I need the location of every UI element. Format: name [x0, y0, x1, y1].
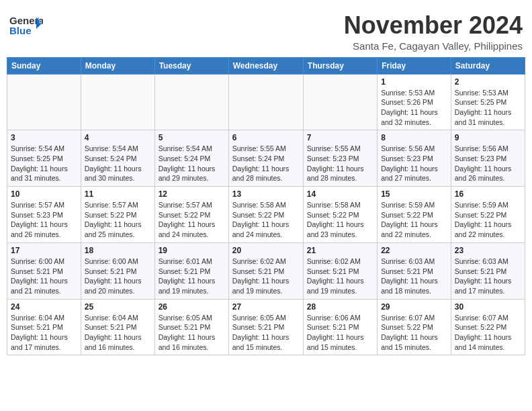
- col-header-thursday: Thursday: [303, 57, 377, 74]
- day-number: 21: [307, 246, 373, 255]
- calendar-cell: 3Sunrise: 5:54 AM Sunset: 5:25 PM Daylig…: [7, 130, 81, 187]
- calendar-cell: 8Sunrise: 5:56 AM Sunset: 5:23 PM Daylig…: [378, 130, 451, 187]
- col-header-monday: Monday: [81, 57, 154, 74]
- day-info: Sunrise: 5:55 AM Sunset: 5:24 PM Dayligh…: [232, 144, 300, 183]
- calendar-table: SundayMondayTuesdayWednesdayThursdayFrid…: [7, 57, 525, 356]
- day-number: 27: [232, 302, 300, 312]
- col-header-sunday: Sunday: [7, 57, 81, 74]
- calendar-cell: [228, 74, 303, 130]
- calendar-week-row: 24Sunrise: 6:04 AM Sunset: 5:21 PM Dayli…: [7, 299, 525, 355]
- day-info: Sunrise: 5:57 AM Sunset: 5:23 PM Dayligh…: [11, 200, 77, 240]
- calendar-cell: 24Sunrise: 6:04 AM Sunset: 5:21 PM Dayli…: [7, 299, 81, 355]
- day-info: Sunrise: 5:55 AM Sunset: 5:23 PM Dayligh…: [307, 144, 373, 183]
- calendar-week-row: 17Sunrise: 6:00 AM Sunset: 5:21 PM Dayli…: [7, 242, 525, 299]
- calendar-cell: 15Sunrise: 5:59 AM Sunset: 5:22 PM Dayli…: [378, 187, 451, 243]
- day-info: Sunrise: 6:00 AM Sunset: 5:21 PM Dayligh…: [11, 257, 77, 296]
- day-number: 12: [159, 189, 225, 199]
- location: Santa Fe, Cagayan Valley, Philippines: [344, 40, 523, 52]
- day-info: Sunrise: 5:59 AM Sunset: 5:22 PM Dayligh…: [381, 200, 447, 240]
- calendar-header-row: SundayMondayTuesdayWednesdayThursdayFrid…: [7, 57, 525, 74]
- day-number: 8: [381, 133, 447, 142]
- calendar-cell: 22Sunrise: 6:03 AM Sunset: 5:21 PM Dayli…: [378, 242, 451, 299]
- day-info: Sunrise: 5:54 AM Sunset: 5:25 PM Dayligh…: [11, 144, 77, 183]
- day-info: Sunrise: 6:03 AM Sunset: 5:21 PM Dayligh…: [381, 257, 447, 296]
- day-number: 9: [455, 133, 521, 142]
- calendar-cell: [81, 74, 154, 130]
- calendar-cell: 29Sunrise: 6:07 AM Sunset: 5:22 PM Dayli…: [378, 299, 451, 355]
- day-info: Sunrise: 6:01 AM Sunset: 5:21 PM Dayligh…: [159, 257, 225, 296]
- day-number: 14: [307, 189, 373, 199]
- day-number: 30: [455, 302, 521, 312]
- calendar-cell: 20Sunrise: 6:02 AM Sunset: 5:21 PM Dayli…: [228, 242, 303, 299]
- calendar-cell: 28Sunrise: 6:06 AM Sunset: 5:21 PM Dayli…: [303, 299, 377, 355]
- calendar-cell: 17Sunrise: 6:00 AM Sunset: 5:21 PM Dayli…: [7, 242, 81, 299]
- day-number: 3: [11, 133, 77, 142]
- day-number: 10: [11, 189, 77, 199]
- day-info: Sunrise: 6:07 AM Sunset: 5:22 PM Dayligh…: [455, 313, 521, 353]
- day-number: 20: [232, 246, 300, 255]
- day-number: 11: [85, 189, 151, 199]
- day-number: 6: [232, 133, 300, 142]
- calendar-cell: 25Sunrise: 6:04 AM Sunset: 5:21 PM Dayli…: [81, 299, 154, 355]
- month-title: November 2024: [344, 12, 523, 39]
- calendar-cell: 27Sunrise: 6:05 AM Sunset: 5:21 PM Dayli…: [228, 299, 303, 355]
- day-number: 7: [307, 133, 373, 142]
- calendar-cell: 13Sunrise: 5:58 AM Sunset: 5:22 PM Dayli…: [228, 187, 303, 243]
- col-header-friday: Friday: [378, 57, 451, 74]
- day-info: Sunrise: 6:04 AM Sunset: 5:21 PM Dayligh…: [11, 313, 77, 353]
- day-info: Sunrise: 6:03 AM Sunset: 5:21 PM Dayligh…: [455, 257, 521, 296]
- day-info: Sunrise: 5:57 AM Sunset: 5:22 PM Dayligh…: [159, 200, 225, 240]
- day-info: Sunrise: 6:05 AM Sunset: 5:21 PM Dayligh…: [232, 313, 300, 353]
- day-info: Sunrise: 5:58 AM Sunset: 5:22 PM Dayligh…: [232, 200, 300, 240]
- col-header-tuesday: Tuesday: [154, 57, 228, 74]
- calendar-week-row: 10Sunrise: 5:57 AM Sunset: 5:23 PM Dayli…: [7, 187, 525, 243]
- day-info: Sunrise: 5:57 AM Sunset: 5:22 PM Dayligh…: [85, 200, 151, 240]
- day-info: Sunrise: 5:54 AM Sunset: 5:24 PM Dayligh…: [159, 144, 225, 183]
- calendar-cell: 26Sunrise: 6:05 AM Sunset: 5:21 PM Dayli…: [154, 299, 228, 355]
- calendar-week-row: 1Sunrise: 5:53 AM Sunset: 5:26 PM Daylig…: [7, 74, 525, 130]
- calendar-cell: 1Sunrise: 5:53 AM Sunset: 5:26 PM Daylig…: [378, 74, 451, 130]
- calendar-cell: [154, 74, 228, 130]
- calendar-week-row: 3Sunrise: 5:54 AM Sunset: 5:25 PM Daylig…: [7, 130, 525, 187]
- day-info: Sunrise: 6:06 AM Sunset: 5:21 PM Dayligh…: [307, 313, 373, 353]
- day-info: Sunrise: 6:02 AM Sunset: 5:21 PM Dayligh…: [307, 257, 373, 296]
- calendar-cell: 7Sunrise: 5:55 AM Sunset: 5:23 PM Daylig…: [303, 130, 377, 187]
- day-number: 15: [381, 189, 447, 199]
- day-number: 4: [85, 133, 151, 142]
- day-number: 28: [307, 302, 373, 312]
- calendar-cell: [7, 74, 81, 130]
- calendar-cell: 4Sunrise: 5:54 AM Sunset: 5:24 PM Daylig…: [81, 130, 154, 187]
- day-info: Sunrise: 6:02 AM Sunset: 5:21 PM Dayligh…: [232, 257, 300, 296]
- logo-svg: General Blue: [9, 12, 43, 39]
- col-header-wednesday: Wednesday: [228, 57, 303, 74]
- day-number: 19: [159, 246, 225, 255]
- day-info: Sunrise: 6:04 AM Sunset: 5:21 PM Dayligh…: [85, 313, 151, 353]
- day-number: 26: [159, 302, 225, 312]
- day-number: 2: [455, 77, 521, 87]
- day-info: Sunrise: 5:54 AM Sunset: 5:24 PM Dayligh…: [85, 144, 151, 183]
- day-info: Sunrise: 5:53 AM Sunset: 5:26 PM Dayligh…: [381, 88, 447, 128]
- calendar-cell: 5Sunrise: 5:54 AM Sunset: 5:24 PM Daylig…: [154, 130, 228, 187]
- day-number: 29: [381, 302, 447, 312]
- title-area: November 2024 Santa Fe, Cagayan Valley, …: [344, 12, 523, 52]
- col-header-saturday: Saturday: [451, 57, 525, 74]
- calendar-cell: 30Sunrise: 6:07 AM Sunset: 5:22 PM Dayli…: [451, 299, 525, 355]
- calendar-cell: 9Sunrise: 5:56 AM Sunset: 5:23 PM Daylig…: [451, 130, 525, 187]
- day-number: 24: [11, 302, 77, 312]
- day-info: Sunrise: 6:05 AM Sunset: 5:21 PM Dayligh…: [159, 313, 225, 353]
- day-info: Sunrise: 5:58 AM Sunset: 5:22 PM Dayligh…: [307, 200, 373, 240]
- calendar-cell: [303, 74, 377, 130]
- calendar-cell: 12Sunrise: 5:57 AM Sunset: 5:22 PM Dayli…: [154, 187, 228, 243]
- day-info: Sunrise: 5:59 AM Sunset: 5:22 PM Dayligh…: [455, 200, 521, 240]
- page-header: General Blue November 2024 Santa Fe, Cag…: [7, 7, 525, 52]
- day-number: 17: [11, 246, 77, 255]
- calendar-cell: 10Sunrise: 5:57 AM Sunset: 5:23 PM Dayli…: [7, 187, 81, 243]
- day-info: Sunrise: 5:56 AM Sunset: 5:23 PM Dayligh…: [455, 144, 521, 183]
- day-number: 1: [381, 77, 447, 87]
- calendar-cell: 18Sunrise: 6:00 AM Sunset: 5:21 PM Dayli…: [81, 242, 154, 299]
- day-info: Sunrise: 5:53 AM Sunset: 5:25 PM Dayligh…: [455, 88, 521, 128]
- logo: General Blue: [9, 12, 43, 39]
- day-number: 16: [455, 189, 521, 199]
- day-number: 13: [232, 189, 300, 199]
- calendar-cell: 6Sunrise: 5:55 AM Sunset: 5:24 PM Daylig…: [228, 130, 303, 187]
